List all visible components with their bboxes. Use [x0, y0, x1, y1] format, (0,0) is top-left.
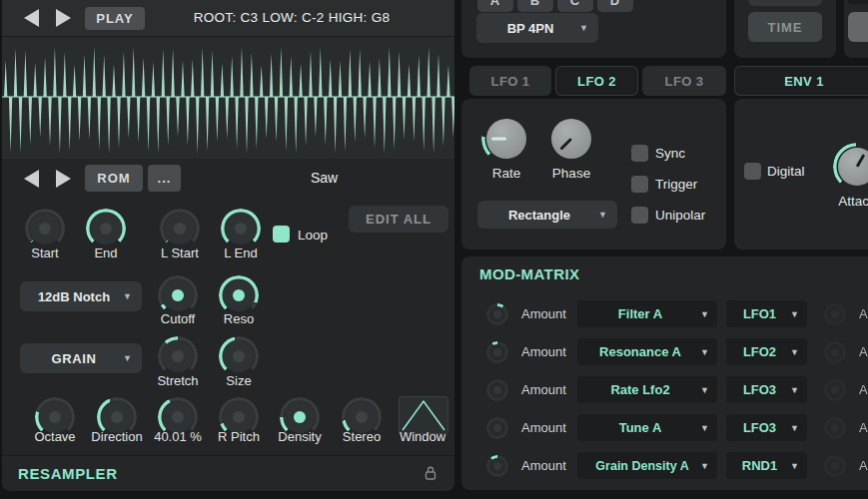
mod-source-dropdown[interactable]: LFO3 ▼ [726, 376, 807, 403]
mod-amount-label-col2: Amount [859, 452, 868, 480]
lfo-shape-dropdown[interactable]: Rectangle ▼ [477, 201, 617, 229]
stretch-knob-label: Stretch [157, 373, 198, 388]
chevron-down-icon: ▼ [790, 385, 799, 395]
chevron-down-icon: ▼ [598, 210, 607, 220]
mod-target-value: Filter A [618, 306, 662, 321]
plugin-window: PLAY ROOT: C3 LOW: C-2 HIGH: G8 ROM ... … [0, 0, 868, 499]
waveform-display[interactable] [2, 37, 454, 159]
waveform-svg [2, 37, 454, 159]
attack-knob[interactable] [835, 145, 868, 189]
transport-bar: PLAY ROOT: C3 LOW: C-2 HIGH: G8 [2, 0, 454, 37]
mod-amount-knob[interactable] [486, 341, 508, 363]
edge-button[interactable] [848, 12, 868, 42]
stretch-knob[interactable] [158, 336, 198, 376]
mod-amount-knob[interactable] [486, 455, 508, 477]
unipolar-label: Unipolar [655, 208, 705, 223]
rate-knob-label: Rate [492, 166, 521, 181]
browse-button[interactable]: ... [148, 165, 181, 192]
rom-button[interactable]: ROM [85, 165, 143, 192]
mod-matrix-title: MOD-MATRIX [479, 265, 579, 282]
cutoff-top-dropdown[interactable]: ▼ [748, 0, 822, 6]
layer-panel: A B C D BP 4PN ▼ [461, 0, 726, 58]
filter-type-dropdown[interactable]: 12dB Notch ▼ [20, 281, 142, 311]
cutoff-knob[interactable] [158, 275, 198, 315]
mod-amount-label-col2: Amount [859, 300, 868, 328]
loop-end-knob[interactable] [221, 209, 261, 249]
trigger-checkbox[interactable] [631, 176, 648, 193]
mod-amount-label: Amount [521, 414, 566, 442]
mod-target-dropdown[interactable]: Tune A ▼ [577, 414, 717, 441]
layer-b-button[interactable]: B [517, 0, 553, 12]
unipolar-checkbox[interactable] [631, 207, 648, 224]
phase-knob[interactable] [548, 116, 594, 162]
chevron-down-icon: ▼ [790, 461, 799, 471]
lfo-shape-value: Rectangle [508, 208, 570, 223]
next-sample-arrow-icon[interactable] [56, 9, 71, 27]
filter-mode-value: BP 4PN [507, 21, 554, 36]
mod-target-dropdown[interactable]: Resonance A ▼ [577, 338, 717, 365]
mod-amount-knob[interactable] [486, 379, 508, 401]
mod-target-dropdown[interactable]: Filter A ▼ [577, 300, 717, 327]
mod-amount-label-col2: Amount [859, 376, 868, 404]
chevron-down-icon: ▼ [790, 423, 799, 433]
mod-row: Amount Resonance A ▼ LFO2 ▼ Amount [461, 338, 868, 366]
engine-type-value: GRAIN [52, 351, 97, 366]
next-wave-arrow-icon[interactable] [56, 170, 71, 188]
tab-lfo1[interactable]: LFO 1 [469, 66, 551, 96]
chevron-down-icon: ▼ [579, 23, 588, 33]
attack-knob-label: Attack [838, 194, 868, 209]
mod-amount-knob-col2[interactable] [824, 455, 846, 477]
sample-name[interactable]: Saw [242, 170, 407, 186]
reso-knob[interactable] [219, 275, 259, 315]
mod-amount-knob[interactable] [486, 417, 508, 439]
mod-amount-label: Amount [521, 376, 566, 404]
filter-mode-dropdown[interactable]: BP 4PN ▼ [476, 13, 598, 43]
start-knob-label: Start [31, 246, 58, 260]
time-button[interactable]: TIME [748, 12, 822, 42]
mod-amount-knob-col2[interactable] [824, 417, 846, 439]
mod-amount-knob-col2[interactable] [824, 303, 846, 325]
env1-panel: Digital Attack [734, 99, 868, 250]
end-knob[interactable] [86, 209, 126, 249]
loop-start-knob[interactable] [160, 209, 200, 249]
mod-source-dropdown[interactable]: LFO3 ▼ [726, 414, 807, 441]
sync-checkbox[interactable] [631, 145, 648, 162]
mod-source-dropdown[interactable]: RND1 ▼ [726, 452, 807, 479]
tab-lfo2[interactable]: LFO 2 [555, 66, 638, 96]
loop-checkbox[interactable] [273, 226, 290, 243]
mod-amount-knob-col2[interactable] [824, 379, 846, 401]
sync-label: Sync [655, 146, 685, 161]
prev-sample-arrow-icon[interactable] [24, 9, 39, 27]
resampler-module: PLAY ROOT: C3 LOW: C-2 HIGH: G8 ROM ... … [2, 0, 454, 490]
tab-lfo3[interactable]: LFO 3 [642, 66, 726, 96]
layer-c-button[interactable]: C [557, 0, 593, 12]
mod-amount-knob-col2[interactable] [824, 341, 846, 363]
layer-a-button[interactable]: A [477, 0, 513, 12]
mod-amount-label: Amount [521, 300, 566, 328]
size-knob-label: Size [226, 373, 251, 388]
rate-knob[interactable] [483, 116, 529, 162]
mod-amount-label-col2: Amount [859, 414, 868, 442]
edit-all-button[interactable]: EDIT ALL [349, 206, 448, 233]
mod-amount-knob[interactable] [486, 303, 508, 325]
filter-type-value: 12dB Notch [38, 289, 110, 304]
engine-type-dropdown[interactable]: GRAIN ▼ [20, 343, 142, 373]
mod-source-dropdown[interactable]: LFO1 ▼ [726, 300, 807, 327]
prev-wave-arrow-icon[interactable] [24, 170, 39, 188]
loop-end-knob-label: L End [224, 246, 258, 260]
size-knob[interactable] [219, 336, 259, 376]
mod-target-dropdown[interactable]: Rate Lfo2 ▼ [577, 376, 717, 403]
loop-label: Loop [298, 228, 328, 243]
mod-target-value: Tune A [619, 420, 662, 435]
tab-env1[interactable]: ENV 1 [734, 66, 868, 96]
mod-target-dropdown[interactable]: Grain Density A ▼ [577, 452, 717, 479]
digital-checkbox[interactable] [744, 163, 761, 180]
mod-source-dropdown[interactable]: LFO2 ▼ [726, 338, 807, 365]
time-panel: ▼ TIME [734, 0, 836, 58]
lock-icon[interactable] [422, 464, 439, 482]
layer-d-button[interactable]: D [597, 0, 633, 12]
start-knob[interactable] [25, 209, 65, 249]
chevron-down-icon: ▼ [700, 423, 709, 433]
window-label: Window [400, 429, 445, 444]
play-button[interactable]: PLAY [85, 7, 145, 30]
